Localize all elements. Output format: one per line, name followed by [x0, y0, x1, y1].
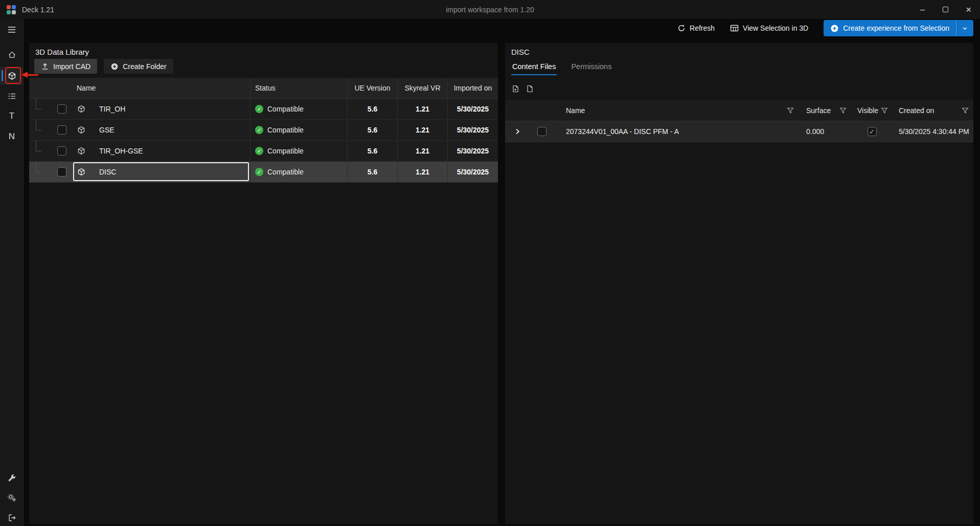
add-content-file-button[interactable]	[512, 85, 519, 93]
create-experience-dropdown-button[interactable]	[956, 20, 973, 36]
imported-on-value: 5/30/2025	[447, 162, 498, 182]
column-header-visible[interactable]: Visible	[857, 106, 878, 115]
create-experience-button[interactable]: Create experience from Selection	[824, 20, 956, 36]
plus-circle-icon	[830, 24, 839, 33]
filter-icon[interactable]	[839, 107, 847, 114]
titlebar: Deck 1.21 import workspace from 1.20 – ×	[0, 0, 980, 19]
row-name: GSE	[99, 126, 115, 134]
sidebar: T N	[0, 19, 24, 526]
filter-icon[interactable]	[962, 107, 969, 114]
library-actions: Import CAD Create Folder	[34, 59, 173, 74]
close-button[interactable]: ×	[957, 0, 980, 19]
file-actions	[512, 85, 533, 93]
create-folder-button[interactable]: Create Folder	[104, 59, 173, 74]
refresh-icon	[677, 24, 686, 32]
table-row-gse[interactable]: GSE Compatible 5.6 1.21 5/30/2025	[29, 120, 498, 141]
skyreal-vr-value: 1.21	[397, 141, 447, 161]
table-row-disc-selected[interactable]: DISC Compatible 5.6 1.21 5/30/2025	[29, 162, 498, 183]
hamburger-menu-button[interactable]	[0, 20, 24, 39]
sidebar-item-sign-out[interactable]	[0, 509, 24, 526]
sign-out-icon	[8, 514, 16, 522]
app-window: Deck 1.21 import workspace from 1.20 – ×…	[0, 0, 980, 526]
home-icon	[8, 51, 16, 59]
detail-panel: DISC Content Files Permissions Name Surf…	[505, 43, 973, 524]
refresh-button[interactable]: Refresh	[677, 24, 715, 32]
detail-panel-title: DISC	[511, 48, 530, 56]
row-name: TIR_OH-GSE	[99, 147, 143, 155]
skyreal-vr-value: 1.21	[397, 99, 447, 119]
import-cad-button[interactable]: Import CAD	[34, 59, 97, 74]
sidebar-item-settings[interactable]	[0, 488, 24, 507]
tab-content-files[interactable]: Content Files	[511, 62, 557, 75]
visible-checkbox[interactable]	[868, 127, 877, 136]
status-compatible-icon	[255, 168, 263, 176]
column-header-status[interactable]: Status	[250, 78, 347, 98]
row-checkbox[interactable]	[537, 127, 546, 136]
minimize-button[interactable]: –	[911, 0, 934, 19]
column-header-skyreal-vr[interactable]: Skyreal VR	[397, 78, 447, 98]
top-toolbar: Refresh View Selection in 3D Create expe…	[677, 19, 973, 37]
table-row-tir-oh-gse[interactable]: TIR_OH-GSE Compatible 5.6 1.21 5/30/2025	[29, 141, 498, 162]
column-header-name[interactable]: Name	[29, 78, 250, 98]
detail-tabs: Content Files Permissions	[511, 62, 612, 75]
row-name: TIR_OH	[99, 105, 125, 113]
skyreal-vr-value: 1.21	[397, 120, 447, 140]
status-compatible-icon	[255, 105, 263, 113]
tree-connector	[36, 120, 41, 130]
row-checkbox[interactable]	[57, 167, 66, 177]
table-row-tir-oh[interactable]: TIR_OH Compatible 5.6 1.21 5/30/2025	[29, 99, 498, 120]
row-checkbox[interactable]	[57, 146, 66, 156]
view-selection-3d-button[interactable]: View Selection in 3D	[730, 24, 808, 32]
row-checkbox[interactable]	[57, 104, 66, 114]
sidebar-item-list[interactable]	[0, 87, 24, 105]
column-header-created-on[interactable]: Created on	[899, 106, 934, 115]
content-files-table: Name Surface Visible Created on	[505, 100, 973, 142]
row-checkbox[interactable]	[57, 125, 66, 135]
filter-icon[interactable]	[881, 107, 888, 114]
status-label: Compatible	[267, 147, 304, 155]
tree-connector	[36, 162, 41, 172]
tab-permissions[interactable]: Permissions	[570, 62, 612, 75]
cad-model-icon	[77, 168, 85, 176]
create-experience-label: Create experience from Selection	[843, 24, 949, 32]
created-on-value: 5/30/2025 4:30:44 PM	[893, 127, 973, 136]
create-folder-label: Create Folder	[123, 62, 167, 71]
view-3d-icon	[730, 24, 739, 32]
expand-row-button[interactable]	[505, 127, 530, 136]
cad-model-icon	[77, 105, 85, 113]
imported-on-value: 5/30/2025	[447, 141, 498, 161]
sidebar-item-t[interactable]: T	[0, 107, 24, 125]
column-header-surface[interactable]: Surface	[806, 106, 831, 115]
maximize-button[interactable]	[934, 0, 957, 19]
filter-icon[interactable]	[787, 107, 794, 114]
status-label: Compatible	[267, 105, 304, 113]
column-header-ue-version[interactable]: UE Version	[347, 78, 397, 98]
ue-version-value: 5.6	[347, 162, 397, 182]
library-table-header: Name Status UE Version Skyreal VR Import…	[29, 78, 498, 99]
ue-version-value: 5.6	[347, 141, 397, 161]
sidebar-item-n[interactable]: N	[0, 127, 24, 146]
create-experience-split-button: Create experience from Selection	[824, 20, 973, 36]
status-label: Compatible	[267, 168, 304, 176]
content-file-name: 2073244V01_00AA - DISC PFM - A	[554, 127, 800, 136]
column-header-name[interactable]: Name	[566, 106, 585, 115]
imported-on-value: 5/30/2025	[447, 120, 498, 140]
wrench-icon	[8, 473, 16, 482]
library-panel-title: 3D Data Library	[35, 48, 89, 56]
chevron-down-icon	[961, 25, 969, 32]
content-file-button[interactable]	[526, 85, 533, 93]
cad-model-icon	[77, 147, 85, 155]
column-header-imported-on[interactable]: Imported on	[447, 78, 498, 98]
ue-version-value: 5.6	[347, 120, 397, 140]
list-icon	[8, 92, 16, 100]
tree-connector	[36, 141, 41, 151]
sidebar-item-home[interactable]	[0, 46, 24, 64]
selected-indicator	[2, 70, 3, 81]
sidebar-item-tools[interactable]	[0, 468, 24, 487]
tree-connector	[36, 99, 41, 109]
content-file-row[interactable]: 2073244V01_00AA - DISC PFM - A 0.000 5/3…	[505, 121, 973, 142]
upload-icon	[41, 62, 49, 71]
window-controls: – ×	[911, 0, 980, 19]
maximize-icon	[943, 7, 948, 12]
status-label: Compatible	[267, 126, 304, 134]
